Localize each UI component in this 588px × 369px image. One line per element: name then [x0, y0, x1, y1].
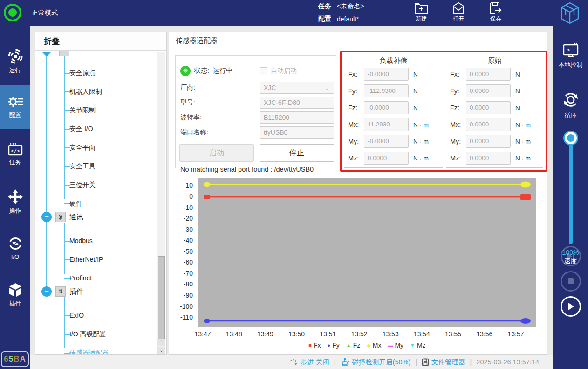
scrollbar-thumb[interactable]: [158, 256, 165, 340]
play-button[interactable]: [561, 296, 581, 317]
sidebar-item-label: 操作: [9, 207, 21, 215]
legend-label: My: [395, 341, 403, 349]
mode-label: 正常模式: [32, 9, 58, 17]
step-forward-button[interactable]: [561, 246, 581, 266]
new-button[interactable]: 新建: [406, 2, 436, 23]
local-control-button[interactable]: >_ 本地控制: [553, 42, 588, 69]
collapse-header[interactable]: 折叠: [35, 32, 166, 51]
slider-track[interactable]: [569, 143, 573, 244]
start-button[interactable]: 启动: [179, 144, 254, 162]
speed-slider[interactable]: [564, 132, 577, 249]
force-row-mz: Mz:0.0000N · m: [348, 151, 443, 165]
tree-node-plugins[interactable]: − ⇅ 插件: [41, 286, 83, 297]
stop-button[interactable]: 停止: [260, 144, 334, 162]
tree-item-exio[interactable]: ExIO: [69, 310, 84, 320]
tree-trunk-line: [46, 55, 47, 292]
force-value-field[interactable]: -0.0000: [364, 68, 409, 81]
force-value-field[interactable]: 0.0000: [364, 152, 409, 165]
collapsed-arrow-icon[interactable]: [42, 52, 51, 56]
force-value-field[interactable]: 0.0000: [466, 118, 511, 131]
force-value-field[interactable]: -0.0000: [364, 135, 409, 148]
force-unit: N · m: [515, 138, 531, 145]
open-button[interactable]: 打开: [444, 2, 473, 23]
io-circuit-icon: [7, 236, 23, 251]
cube-icon: [7, 283, 23, 298]
sidebar-item-label: I/O: [11, 253, 19, 260]
tree-item-safe-home[interactable]: 安全原点: [69, 68, 96, 78]
stop-button[interactable]: [561, 271, 581, 292]
force-unit: N: [515, 71, 520, 78]
top-bar: 正常模式 任务<未命名> 配置default* 新建 打开 保存: [0, 0, 588, 26]
x-tick-label: 13:52: [345, 330, 373, 338]
tree-item-io-advanced[interactable]: I/O 高级配置: [69, 329, 106, 339]
force-row-mx: Mx:0.0000N · m: [450, 118, 543, 132]
tree-item-ethernet-ip[interactable]: EtherNet/IP: [69, 254, 103, 265]
scroll-up-button[interactable]: ⌃: [157, 339, 165, 346]
save-button[interactable]: 保存: [481, 2, 511, 23]
tree-item-sensor-adapter[interactable]: 传感器适配器: [69, 348, 109, 355]
run-icon: [7, 49, 23, 64]
force-label: Fx:: [348, 70, 364, 78]
step-mode-item[interactable]: 步进 关闭: [290, 358, 329, 367]
sidebar-item-operate[interactable]: 操作: [0, 180, 30, 224]
tree-item-profinet[interactable]: Profinet: [69, 273, 92, 283]
tree-item-safe-tool[interactable]: 安全工具: [69, 161, 96, 171]
load-compensation-panel: 负载补偿 Fx:-0.0000N Fy:-112.9300N Fz:-0.000…: [344, 55, 443, 168]
running-status-icon: ✳: [180, 66, 191, 76]
collapse-minus-icon[interactable]: −: [41, 212, 52, 222]
y-tick-label: -30: [175, 226, 193, 233]
sidebar-item-plugin[interactable]: 插件: [0, 273, 30, 317]
force-value-field[interactable]: -0.0000: [364, 101, 409, 114]
separator: |: [415, 358, 417, 366]
tree-node-communication[interactable]: − 通讯: [41, 212, 83, 222]
force-value-field[interactable]: -112.9300: [364, 84, 409, 97]
vendor-select[interactable]: XJC⌄: [260, 82, 334, 94]
tree-item-modbus[interactable]: Modbus: [69, 236, 93, 246]
tree-node-label: 通讯: [69, 213, 83, 222]
force-unit: N · m: [413, 138, 429, 145]
file-manager-item[interactable]: 文件管理器: [422, 358, 465, 367]
sensor-status-box: ✳ 状态: 运行中 自动启动 厂商: XJC⌄ 型号: XJC-6F-D80 波…: [175, 55, 336, 168]
force-value-field[interactable]: 0.0000: [466, 135, 511, 148]
sidebar-item-task[interactable]: </> 任务: [0, 132, 30, 176]
loop-button[interactable]: 循环: [553, 90, 588, 120]
force-row-mx: Mx:11.2930N · m: [348, 118, 443, 132]
force-value-field[interactable]: 0.0000: [466, 84, 511, 97]
tree-scrollbar[interactable]: ⌃ ⌄: [157, 52, 165, 354]
x-tick-label: 13:53: [376, 330, 404, 338]
tree-item-safe-io[interactable]: 安全 I/O: [69, 124, 93, 134]
tree-item-robot-limit[interactable]: 机器人限制: [69, 86, 102, 97]
force-value-field[interactable]: 0.0000: [466, 152, 511, 165]
force-value-field[interactable]: 11.2930: [364, 118, 409, 131]
force-unit: N · m: [515, 121, 531, 128]
step-mode-label: 步进 关闭: [301, 358, 329, 367]
x-tick-label: 13:51: [314, 330, 342, 338]
force-highlight-region: 负载补偿 Fx:-0.0000N Fy:-112.9300N Fz:-0.000…: [340, 51, 547, 172]
sidebar-item-config[interactable]: 配置: [0, 85, 30, 129]
scroll-down-button[interactable]: ⌄: [157, 347, 165, 354]
tree-item-joint-limit[interactable]: 关节限制: [69, 105, 96, 115]
legend-item: ●Fy: [328, 341, 340, 349]
legend-label: Fx: [314, 341, 321, 349]
force-label: Fy:: [348, 87, 364, 95]
tree-item-hardware[interactable]: 硬件: [69, 198, 82, 209]
vendor-row: 厂商: XJC⌄: [180, 82, 334, 94]
tree-item-three-position-switch[interactable]: 三位开关: [69, 180, 96, 190]
autostart-checkbox[interactable]: [260, 67, 267, 75]
force-value-field[interactable]: 0.0000: [466, 101, 511, 114]
sidebar-item-io[interactable]: I/O: [0, 226, 30, 270]
collision-detect-item[interactable]: 碰撞检测开启(50%): [341, 358, 411, 367]
slider-thumb[interactable]: [565, 132, 577, 144]
svg-text:>_: >_: [567, 47, 574, 53]
config-label: 配置: [318, 15, 331, 23]
force-row-fx: Fx:0.0000N: [450, 67, 543, 81]
sidebar-item-label: 插件: [9, 299, 21, 308]
sidebar-item-run[interactable]: 运行: [0, 40, 30, 84]
port-input[interactable]: ttyUSB0: [260, 126, 334, 139]
force-row-my: My:-0.0000N · m: [348, 134, 443, 148]
model-input[interactable]: XJC-6F-D80: [260, 97, 334, 109]
force-value-field[interactable]: 0.0000: [466, 68, 511, 81]
vendor-label: 厂商:: [180, 84, 195, 92]
collapse-minus-icon[interactable]: −: [41, 286, 52, 297]
tree-item-safe-plane[interactable]: 安全平面: [69, 142, 96, 153]
